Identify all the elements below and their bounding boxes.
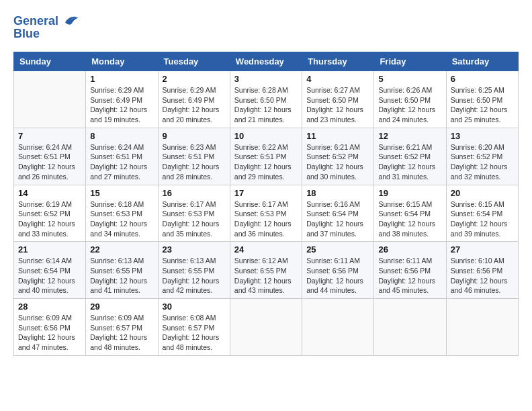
day-number: 20 [451,188,514,198]
page-header: General Blue [13,13,519,41]
calendar-cell [14,71,86,128]
calendar-cell: 28Sunrise: 6:09 AMSunset: 6:56 PMDayligh… [14,299,86,356]
day-info: Sunrise: 6:15 AMSunset: 6:54 PMDaylight:… [451,199,514,239]
calendar-cell: 2Sunrise: 6:29 AMSunset: 6:49 PMDaylight… [158,71,230,128]
calendar-cell: 21Sunrise: 6:14 AMSunset: 6:54 PMDayligh… [14,242,86,299]
calendar-cell: 8Sunrise: 6:24 AMSunset: 6:51 PMDaylight… [86,128,158,185]
calendar-cell: 26Sunrise: 6:11 AMSunset: 6:56 PMDayligh… [374,242,446,299]
calendar-cell: 13Sunrise: 6:20 AMSunset: 6:52 PMDayligh… [446,128,518,185]
day-info: Sunrise: 6:20 AMSunset: 6:52 PMDaylight:… [451,142,514,182]
calendar-cell: 29Sunrise: 6:09 AMSunset: 6:57 PMDayligh… [86,299,158,356]
day-info: Sunrise: 6:09 AMSunset: 6:57 PMDaylight:… [90,313,153,353]
day-info: Sunrise: 6:24 AMSunset: 6:51 PMDaylight:… [18,142,81,182]
day-info: Sunrise: 6:29 AMSunset: 6:49 PMDaylight:… [90,85,153,125]
day-info: Sunrise: 6:08 AMSunset: 6:57 PMDaylight:… [163,313,226,353]
day-number: 5 [378,74,441,84]
calendar-week-row: 28Sunrise: 6:09 AMSunset: 6:56 PMDayligh… [14,299,519,356]
calendar-cell: 27Sunrise: 6:10 AMSunset: 6:56 PMDayligh… [446,242,518,299]
day-info: Sunrise: 6:21 AMSunset: 6:52 PMDaylight:… [306,142,369,182]
day-number: 22 [90,244,153,255]
day-info: Sunrise: 6:22 AMSunset: 6:51 PMDaylight:… [234,142,298,182]
day-number: 10 [234,131,298,141]
calendar-cell: 11Sunrise: 6:21 AMSunset: 6:52 PMDayligh… [302,128,374,185]
calendar-cell: 30Sunrise: 6:08 AMSunset: 6:57 PMDayligh… [158,299,230,356]
day-number: 11 [306,131,369,141]
calendar-header-row: SundayMondayTuesdayWednesdayThursdayFrid… [14,52,519,71]
day-info: Sunrise: 6:16 AMSunset: 6:54 PMDaylight:… [306,199,369,239]
day-number: 1 [90,74,153,84]
day-info: Sunrise: 6:28 AMSunset: 6:50 PMDaylight:… [234,85,298,125]
day-number: 28 [18,302,81,312]
calendar-cell [374,299,446,356]
calendar-header-saturday: Saturday [446,52,518,71]
day-number: 25 [306,244,369,255]
day-number: 23 [163,244,226,255]
calendar-cell: 14Sunrise: 6:19 AMSunset: 6:52 PMDayligh… [14,185,86,242]
calendar-cell: 6Sunrise: 6:25 AMSunset: 6:50 PMDaylight… [446,71,518,128]
day-number: 24 [234,244,298,255]
day-info: Sunrise: 6:29 AMSunset: 6:49 PMDaylight:… [163,85,226,125]
calendar-week-row: 14Sunrise: 6:19 AMSunset: 6:52 PMDayligh… [14,185,519,242]
day-info: Sunrise: 6:18 AMSunset: 6:53 PMDaylight:… [90,199,153,239]
calendar-cell [230,299,302,356]
day-number: 14 [18,188,81,198]
calendar-cell: 12Sunrise: 6:21 AMSunset: 6:52 PMDayligh… [374,128,446,185]
day-number: 4 [306,74,369,84]
calendar-week-row: 7Sunrise: 6:24 AMSunset: 6:51 PMDaylight… [14,128,519,185]
day-number: 27 [451,244,514,255]
day-info: Sunrise: 6:13 AMSunset: 6:55 PMDaylight:… [163,256,226,295]
day-number: 21 [18,244,81,255]
day-number: 16 [163,188,226,198]
day-info: Sunrise: 6:23 AMSunset: 6:51 PMDaylight:… [163,142,226,182]
day-info: Sunrise: 6:25 AMSunset: 6:50 PMDaylight:… [451,85,514,125]
day-info: Sunrise: 6:11 AMSunset: 6:56 PMDaylight:… [378,256,441,295]
calendar-header-tuesday: Tuesday [158,52,230,71]
calendar-cell: 20Sunrise: 6:15 AMSunset: 6:54 PMDayligh… [446,185,518,242]
day-number: 13 [451,131,514,141]
day-number: 8 [90,131,153,141]
day-number: 18 [306,188,369,198]
calendar-cell: 25Sunrise: 6:11 AMSunset: 6:56 PMDayligh… [302,242,374,299]
calendar-header-wednesday: Wednesday [230,52,302,71]
calendar-cell: 7Sunrise: 6:24 AMSunset: 6:51 PMDaylight… [14,128,86,185]
day-number: 19 [378,188,441,198]
day-info: Sunrise: 6:14 AMSunset: 6:54 PMDaylight:… [18,256,81,295]
day-info: Sunrise: 6:21 AMSunset: 6:52 PMDaylight:… [378,142,441,182]
day-info: Sunrise: 6:19 AMSunset: 6:52 PMDaylight:… [18,199,81,239]
calendar-cell: 24Sunrise: 6:12 AMSunset: 6:55 PMDayligh… [230,242,302,299]
calendar-cell: 23Sunrise: 6:13 AMSunset: 6:55 PMDayligh… [158,242,230,299]
calendar-cell: 3Sunrise: 6:28 AMSunset: 6:50 PMDaylight… [230,71,302,128]
day-info: Sunrise: 6:12 AMSunset: 6:55 PMDaylight:… [234,256,298,295]
calendar-cell: 22Sunrise: 6:13 AMSunset: 6:55 PMDayligh… [86,242,158,299]
calendar-cell: 1Sunrise: 6:29 AMSunset: 6:49 PMDaylight… [86,71,158,128]
day-number: 29 [90,302,153,312]
calendar-cell: 15Sunrise: 6:18 AMSunset: 6:53 PMDayligh… [86,185,158,242]
calendar-week-row: 21Sunrise: 6:14 AMSunset: 6:54 PMDayligh… [14,242,519,299]
day-info: Sunrise: 6:13 AMSunset: 6:55 PMDaylight:… [90,256,153,295]
calendar-header-sunday: Sunday [14,52,86,71]
calendar-week-row: 1Sunrise: 6:29 AMSunset: 6:49 PMDaylight… [14,71,519,128]
calendar-header-friday: Friday [374,52,446,71]
calendar-header-thursday: Thursday [302,52,374,71]
calendar-cell: 9Sunrise: 6:23 AMSunset: 6:51 PMDaylight… [158,128,230,185]
day-number: 15 [90,188,153,198]
day-info: Sunrise: 6:26 AMSunset: 6:50 PMDaylight:… [378,85,441,125]
logo: General Blue [13,13,79,41]
calendar-table: SundayMondayTuesdayWednesdayThursdayFrid… [13,52,519,356]
calendar-header-monday: Monday [86,52,158,71]
day-number: 7 [18,131,81,141]
calendar-cell: 4Sunrise: 6:27 AMSunset: 6:50 PMDaylight… [302,71,374,128]
day-info: Sunrise: 6:24 AMSunset: 6:51 PMDaylight:… [90,142,153,182]
calendar-cell [302,299,374,356]
day-number: 2 [163,74,226,84]
day-number: 9 [163,131,226,141]
day-info: Sunrise: 6:11 AMSunset: 6:56 PMDaylight:… [306,256,369,295]
day-info: Sunrise: 6:17 AMSunset: 6:53 PMDaylight:… [163,199,226,239]
calendar-cell: 17Sunrise: 6:17 AMSunset: 6:53 PMDayligh… [230,185,302,242]
day-number: 12 [378,131,441,141]
calendar-cell: 5Sunrise: 6:26 AMSunset: 6:50 PMDaylight… [374,71,446,128]
day-info: Sunrise: 6:15 AMSunset: 6:54 PMDaylight:… [378,199,441,239]
calendar-cell: 18Sunrise: 6:16 AMSunset: 6:54 PMDayligh… [302,185,374,242]
calendar-cell: 10Sunrise: 6:22 AMSunset: 6:51 PMDayligh… [230,128,302,185]
day-number: 6 [451,74,514,84]
